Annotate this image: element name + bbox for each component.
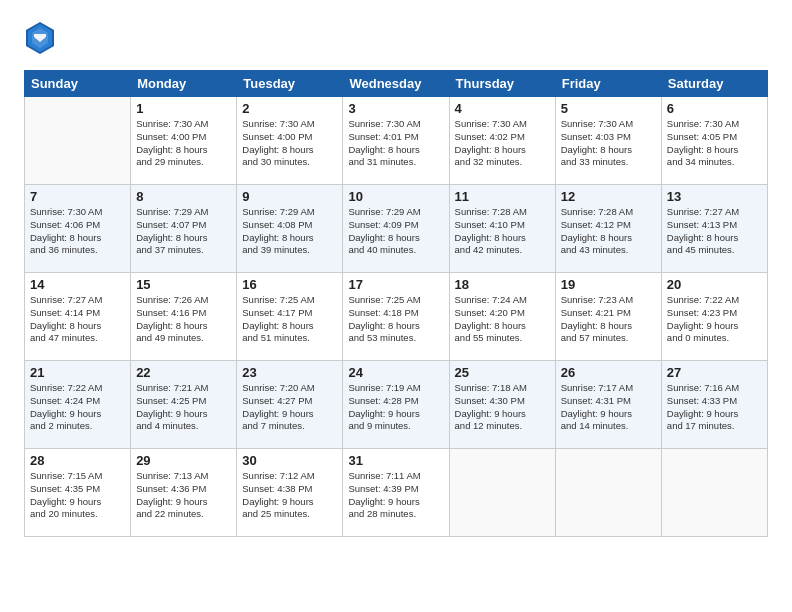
day-number: 19 <box>561 277 656 292</box>
week-row: 7Sunrise: 7:30 AM Sunset: 4:06 PM Daylig… <box>25 185 768 273</box>
day-number: 3 <box>348 101 443 116</box>
day-number: 2 <box>242 101 337 116</box>
day-number: 17 <box>348 277 443 292</box>
calendar-cell: 5Sunrise: 7:30 AM Sunset: 4:03 PM Daylig… <box>555 97 661 185</box>
day-number: 26 <box>561 365 656 380</box>
day-number: 28 <box>30 453 125 468</box>
calendar-cell: 24Sunrise: 7:19 AM Sunset: 4:28 PM Dayli… <box>343 361 449 449</box>
calendar-cell: 6Sunrise: 7:30 AM Sunset: 4:05 PM Daylig… <box>661 97 767 185</box>
day-number: 21 <box>30 365 125 380</box>
cell-info: Sunrise: 7:28 AM Sunset: 4:10 PM Dayligh… <box>455 206 550 257</box>
cell-info: Sunrise: 7:29 AM Sunset: 4:07 PM Dayligh… <box>136 206 231 257</box>
calendar-cell: 28Sunrise: 7:15 AM Sunset: 4:35 PM Dayli… <box>25 449 131 537</box>
calendar-cell: 21Sunrise: 7:22 AM Sunset: 4:24 PM Dayli… <box>25 361 131 449</box>
calendar-cell <box>449 449 555 537</box>
calendar-cell: 29Sunrise: 7:13 AM Sunset: 4:36 PM Dayli… <box>131 449 237 537</box>
calendar-cell: 14Sunrise: 7:27 AM Sunset: 4:14 PM Dayli… <box>25 273 131 361</box>
cell-info: Sunrise: 7:15 AM Sunset: 4:35 PM Dayligh… <box>30 470 125 521</box>
calendar-body: 1Sunrise: 7:30 AM Sunset: 4:00 PM Daylig… <box>25 97 768 537</box>
calendar-cell: 8Sunrise: 7:29 AM Sunset: 4:07 PM Daylig… <box>131 185 237 273</box>
day-number: 22 <box>136 365 231 380</box>
calendar-cell: 2Sunrise: 7:30 AM Sunset: 4:00 PM Daylig… <box>237 97 343 185</box>
calendar-cell: 13Sunrise: 7:27 AM Sunset: 4:13 PM Dayli… <box>661 185 767 273</box>
calendar-cell: 19Sunrise: 7:23 AM Sunset: 4:21 PM Dayli… <box>555 273 661 361</box>
day-number: 23 <box>242 365 337 380</box>
cell-info: Sunrise: 7:30 AM Sunset: 4:00 PM Dayligh… <box>136 118 231 169</box>
day-number: 11 <box>455 189 550 204</box>
calendar: SundayMondayTuesdayWednesdayThursdayFrid… <box>24 70 768 537</box>
day-number: 10 <box>348 189 443 204</box>
day-number: 29 <box>136 453 231 468</box>
day-number: 13 <box>667 189 762 204</box>
cell-info: Sunrise: 7:20 AM Sunset: 4:27 PM Dayligh… <box>242 382 337 433</box>
day-number: 8 <box>136 189 231 204</box>
day-header-wednesday: Wednesday <box>343 71 449 97</box>
day-number: 27 <box>667 365 762 380</box>
day-header-saturday: Saturday <box>661 71 767 97</box>
calendar-cell: 30Sunrise: 7:12 AM Sunset: 4:38 PM Dayli… <box>237 449 343 537</box>
day-number: 20 <box>667 277 762 292</box>
calendar-cell: 26Sunrise: 7:17 AM Sunset: 4:31 PM Dayli… <box>555 361 661 449</box>
week-row: 14Sunrise: 7:27 AM Sunset: 4:14 PM Dayli… <box>25 273 768 361</box>
cell-info: Sunrise: 7:30 AM Sunset: 4:00 PM Dayligh… <box>242 118 337 169</box>
cell-info: Sunrise: 7:25 AM Sunset: 4:18 PM Dayligh… <box>348 294 443 345</box>
cell-info: Sunrise: 7:30 AM Sunset: 4:06 PM Dayligh… <box>30 206 125 257</box>
calendar-cell: 12Sunrise: 7:28 AM Sunset: 4:12 PM Dayli… <box>555 185 661 273</box>
day-number: 4 <box>455 101 550 116</box>
calendar-cell: 31Sunrise: 7:11 AM Sunset: 4:39 PM Dayli… <box>343 449 449 537</box>
calendar-cell: 1Sunrise: 7:30 AM Sunset: 4:00 PM Daylig… <box>131 97 237 185</box>
cell-info: Sunrise: 7:13 AM Sunset: 4:36 PM Dayligh… <box>136 470 231 521</box>
day-number: 15 <box>136 277 231 292</box>
cell-info: Sunrise: 7:30 AM Sunset: 4:01 PM Dayligh… <box>348 118 443 169</box>
day-number: 14 <box>30 277 125 292</box>
calendar-cell: 17Sunrise: 7:25 AM Sunset: 4:18 PM Dayli… <box>343 273 449 361</box>
cell-info: Sunrise: 7:12 AM Sunset: 4:38 PM Dayligh… <box>242 470 337 521</box>
cell-info: Sunrise: 7:29 AM Sunset: 4:08 PM Dayligh… <box>242 206 337 257</box>
cell-info: Sunrise: 7:18 AM Sunset: 4:30 PM Dayligh… <box>455 382 550 433</box>
calendar-cell: 3Sunrise: 7:30 AM Sunset: 4:01 PM Daylig… <box>343 97 449 185</box>
day-number: 24 <box>348 365 443 380</box>
logo <box>24 20 58 56</box>
week-row: 21Sunrise: 7:22 AM Sunset: 4:24 PM Dayli… <box>25 361 768 449</box>
cell-info: Sunrise: 7:30 AM Sunset: 4:05 PM Dayligh… <box>667 118 762 169</box>
calendar-cell: 10Sunrise: 7:29 AM Sunset: 4:09 PM Dayli… <box>343 185 449 273</box>
calendar-cell: 22Sunrise: 7:21 AM Sunset: 4:25 PM Dayli… <box>131 361 237 449</box>
calendar-cell: 15Sunrise: 7:26 AM Sunset: 4:16 PM Dayli… <box>131 273 237 361</box>
day-header-monday: Monday <box>131 71 237 97</box>
day-number: 12 <box>561 189 656 204</box>
day-number: 7 <box>30 189 125 204</box>
cell-info: Sunrise: 7:21 AM Sunset: 4:25 PM Dayligh… <box>136 382 231 433</box>
calendar-cell: 27Sunrise: 7:16 AM Sunset: 4:33 PM Dayli… <box>661 361 767 449</box>
cell-info: Sunrise: 7:11 AM Sunset: 4:39 PM Dayligh… <box>348 470 443 521</box>
calendar-cell <box>555 449 661 537</box>
header <box>24 20 768 56</box>
day-number: 30 <box>242 453 337 468</box>
cell-info: Sunrise: 7:27 AM Sunset: 4:14 PM Dayligh… <box>30 294 125 345</box>
day-number: 25 <box>455 365 550 380</box>
day-number: 9 <box>242 189 337 204</box>
cell-info: Sunrise: 7:16 AM Sunset: 4:33 PM Dayligh… <box>667 382 762 433</box>
calendar-cell: 11Sunrise: 7:28 AM Sunset: 4:10 PM Dayli… <box>449 185 555 273</box>
cell-info: Sunrise: 7:30 AM Sunset: 4:03 PM Dayligh… <box>561 118 656 169</box>
day-number: 18 <box>455 277 550 292</box>
cell-info: Sunrise: 7:22 AM Sunset: 4:23 PM Dayligh… <box>667 294 762 345</box>
calendar-cell: 7Sunrise: 7:30 AM Sunset: 4:06 PM Daylig… <box>25 185 131 273</box>
calendar-cell <box>661 449 767 537</box>
cell-info: Sunrise: 7:29 AM Sunset: 4:09 PM Dayligh… <box>348 206 443 257</box>
cell-info: Sunrise: 7:17 AM Sunset: 4:31 PM Dayligh… <box>561 382 656 433</box>
logo-icon <box>24 20 56 56</box>
calendar-cell: 18Sunrise: 7:24 AM Sunset: 4:20 PM Dayli… <box>449 273 555 361</box>
day-header-sunday: Sunday <box>25 71 131 97</box>
days-of-week-row: SundayMondayTuesdayWednesdayThursdayFrid… <box>25 71 768 97</box>
day-header-tuesday: Tuesday <box>237 71 343 97</box>
day-header-friday: Friday <box>555 71 661 97</box>
page: SundayMondayTuesdayWednesdayThursdayFrid… <box>0 0 792 553</box>
calendar-cell: 25Sunrise: 7:18 AM Sunset: 4:30 PM Dayli… <box>449 361 555 449</box>
day-header-thursday: Thursday <box>449 71 555 97</box>
cell-info: Sunrise: 7:30 AM Sunset: 4:02 PM Dayligh… <box>455 118 550 169</box>
cell-info: Sunrise: 7:28 AM Sunset: 4:12 PM Dayligh… <box>561 206 656 257</box>
cell-info: Sunrise: 7:26 AM Sunset: 4:16 PM Dayligh… <box>136 294 231 345</box>
cell-info: Sunrise: 7:19 AM Sunset: 4:28 PM Dayligh… <box>348 382 443 433</box>
cell-info: Sunrise: 7:25 AM Sunset: 4:17 PM Dayligh… <box>242 294 337 345</box>
day-number: 1 <box>136 101 231 116</box>
